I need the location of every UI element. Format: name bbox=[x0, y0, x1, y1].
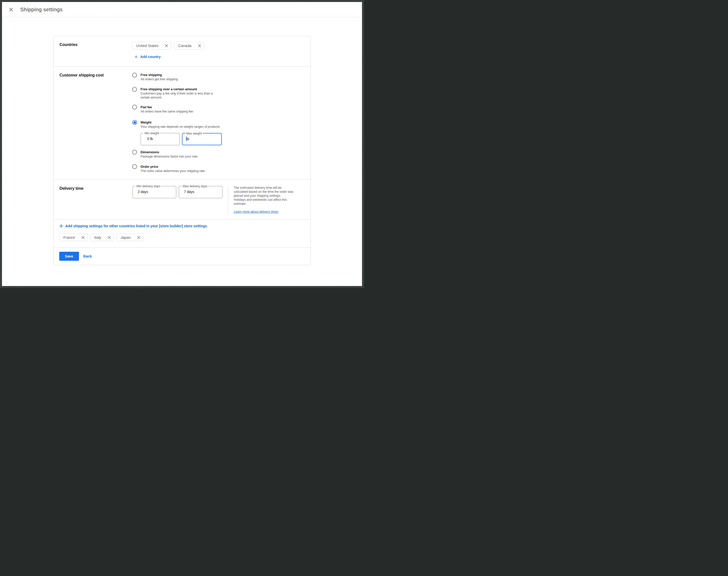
remove-chip-icon[interactable] bbox=[198, 44, 201, 47]
min-weight-label: Min weight bbox=[144, 132, 160, 135]
min-weight-value: 0 lb bbox=[147, 137, 153, 141]
remove-chip-icon[interactable] bbox=[82, 236, 85, 239]
plus-icon bbox=[135, 56, 138, 58]
option-weight: Weight Your shipping rate depends on wei… bbox=[132, 120, 304, 145]
option-free-over-amount: Free shipping over a certain amount Cust… bbox=[132, 87, 304, 99]
delivery-note-wrap: The estimated delivery time will be calc… bbox=[228, 186, 293, 214]
min-delivery-days-field[interactable]: Min delivery days 2 days bbox=[133, 186, 176, 198]
save-button[interactable]: Save bbox=[59, 252, 79, 261]
add-other-countries-label: Add shipping settings for other countrie… bbox=[65, 224, 207, 228]
option-label: Free shipping bbox=[141, 73, 178, 77]
remove-chip-icon[interactable] bbox=[108, 236, 111, 239]
option-label: Free shipping over a certain amount bbox=[141, 87, 213, 91]
radio-dimensions[interactable] bbox=[132, 150, 137, 154]
max-delivery-days-field[interactable]: Max delivery days 7 days bbox=[179, 186, 223, 198]
page-title: Shipping settings bbox=[20, 6, 62, 12]
radio-order-price[interactable] bbox=[132, 164, 137, 169]
option-desc: All orders have the same shipping fee bbox=[141, 110, 193, 114]
back-button[interactable]: Back bbox=[83, 254, 92, 258]
min-delivery-days-label: Min delivery days bbox=[136, 184, 161, 188]
chip-france[interactable]: France bbox=[59, 233, 88, 241]
max-weight-field[interactable]: Max weight lb bbox=[182, 133, 222, 145]
chip-united-states[interactable]: United States bbox=[132, 42, 171, 50]
radio-flat-fee[interactable] bbox=[132, 105, 137, 110]
add-country-button[interactable]: Add country bbox=[135, 55, 161, 59]
max-weight-label: Max weight bbox=[185, 132, 203, 136]
option-order-price: Order price The order value determines y… bbox=[132, 164, 304, 173]
option-label: Dimensions bbox=[141, 150, 198, 154]
add-country-label: Add country bbox=[140, 55, 161, 59]
countries-section: Countries United States Canada Add c bbox=[54, 36, 311, 66]
chip-label: United States bbox=[136, 44, 158, 48]
option-flat-fee: Flat fee All orders have the same shippi… bbox=[132, 105, 304, 114]
settings-card: Countries United States Canada Add c bbox=[53, 36, 311, 265]
chip-japan[interactable]: Japan bbox=[116, 233, 144, 241]
close-icon[interactable] bbox=[9, 8, 13, 11]
countries-chip-row: United States Canada bbox=[132, 42, 304, 50]
chip-italy[interactable]: Italy bbox=[90, 233, 114, 241]
other-countries-section: Add shipping settings for other countrie… bbox=[54, 220, 311, 248]
chip-label: Canada bbox=[178, 44, 192, 48]
option-desc: Your shipping rate depends on weight ran… bbox=[141, 125, 222, 129]
radio-free-over-amount[interactable] bbox=[132, 87, 137, 92]
other-countries-chip-row: France Italy Japan bbox=[59, 233, 305, 241]
option-label: Flat fee bbox=[141, 105, 193, 110]
topbar: Shipping settings bbox=[2, 2, 362, 17]
option-desc: All orders get free shipping bbox=[141, 77, 178, 81]
delivery-label: Delivery time bbox=[59, 186, 133, 220]
countries-label: Countries bbox=[59, 42, 132, 66]
option-desc: Package dimensions factor into your rate bbox=[141, 154, 198, 159]
option-desc: Customers pay a fee only if their order … bbox=[141, 91, 213, 99]
shipping-settings-page: Shipping settings Countries United State… bbox=[2, 2, 362, 286]
max-weight-value: lb bbox=[186, 136, 189, 141]
min-delivery-days-value: 2 days bbox=[138, 190, 148, 194]
chip-label: Italy bbox=[94, 235, 101, 239]
max-delivery-days-label: Max delivery days bbox=[182, 184, 208, 188]
shipping-cost-section: Customer shipping cost Free shipping All… bbox=[54, 66, 311, 179]
remove-chip-icon[interactable] bbox=[165, 44, 168, 47]
min-weight-field[interactable]: Min weight 0 lb bbox=[141, 133, 180, 145]
plus-icon bbox=[59, 224, 63, 228]
max-delivery-days-value: 7 days bbox=[184, 190, 194, 194]
option-desc: The order value determines your shipping… bbox=[141, 169, 205, 173]
actions-section: Save Back bbox=[54, 248, 311, 265]
add-other-countries-button[interactable]: Add shipping settings for other countrie… bbox=[59, 224, 207, 228]
radio-free-shipping[interactable] bbox=[132, 73, 137, 78]
option-label: Weight bbox=[141, 120, 222, 125]
option-free-shipping: Free shipping All orders get free shippi… bbox=[132, 73, 304, 81]
delivery-learn-more-link[interactable]: Learn more about delivery times bbox=[234, 210, 279, 213]
chip-label: Japan bbox=[120, 235, 131, 239]
option-label: Order price bbox=[141, 164, 205, 169]
option-dimensions: Dimensions Package dimensions factor int… bbox=[132, 150, 304, 159]
remove-chip-icon[interactable] bbox=[137, 236, 140, 239]
chip-canada[interactable]: Canada bbox=[174, 42, 204, 50]
delivery-note: The estimated delivery time will be calc… bbox=[234, 186, 293, 206]
radio-weight[interactable] bbox=[132, 120, 137, 125]
shipping-cost-label: Customer shipping cost bbox=[59, 73, 132, 179]
chip-label: France bbox=[63, 235, 75, 239]
delivery-section: Delivery time Min delivery days 2 days M… bbox=[54, 179, 311, 220]
